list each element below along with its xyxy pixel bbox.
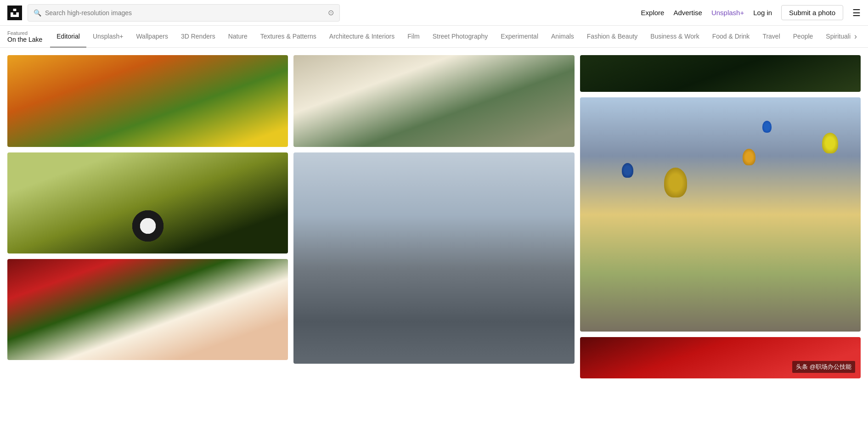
header-nav: Explore Advertise Unsplash+ Log in Submi…	[641, 5, 861, 20]
menu-button[interactable]: ☰	[852, 7, 861, 18]
nav-explore[interactable]: Explore	[641, 9, 665, 17]
cat-item-architecture-interiors[interactable]: Architecture & Interiors	[323, 26, 401, 48]
photo-dog-flowers[interactable]	[7, 259, 288, 360]
photo-balloons[interactable]	[580, 97, 861, 332]
cat-item-experimental[interactable]: Experimental	[494, 26, 545, 48]
featured-name: On the Lake	[7, 36, 42, 43]
photo-col-2	[293, 55, 574, 378]
cat-chevron[interactable]: ›	[851, 32, 861, 41]
photo-grid: 头条 @职场办公技能	[7, 55, 861, 378]
nav-advertise[interactable]: Advertise	[673, 9, 702, 17]
search-input[interactable]	[45, 9, 324, 17]
featured-block[interactable]: Featured On the Lake	[7, 30, 50, 43]
main-content: 头条 @职场办公技能	[0, 48, 868, 386]
submit-photo-button[interactable]: Submit a photo	[781, 5, 843, 20]
photo-mountain[interactable]	[293, 152, 574, 364]
cat-nav-inner: EditorialUnsplash+Wallpapers3D RendersNa…	[50, 26, 851, 48]
cat-item-street-photography[interactable]: Street Photography	[426, 26, 495, 48]
login-button[interactable]: Log in	[753, 9, 772, 17]
cat-item-business-work[interactable]: Business & Work	[644, 26, 705, 48]
cat-item-fashion-beauty[interactable]: Fashion & Beauty	[581, 26, 644, 48]
featured-label: Featured	[7, 30, 42, 36]
cat-item-textures-patterns[interactable]: Textures & Patterns	[254, 26, 323, 48]
cat-item-animals[interactable]: Animals	[545, 26, 581, 48]
search-bar: 🔍 ⊙	[28, 4, 340, 22]
cat-item-film[interactable]: Film	[401, 26, 426, 48]
cat-item-travel[interactable]: Travel	[756, 26, 786, 48]
photo-dog-grass[interactable]	[7, 152, 288, 253]
header: 🔍 ⊙ Explore Advertise Unsplash+ Log in S…	[0, 0, 868, 26]
cat-item-nature[interactable]: Nature	[222, 26, 254, 48]
photo-dark-leaves[interactable]	[580, 55, 861, 92]
camera-icon[interactable]: ⊙	[328, 8, 334, 17]
cat-item-wallpapers[interactable]: Wallpapers	[130, 26, 175, 48]
photo-flowers[interactable]	[7, 55, 288, 147]
cat-item-spirituality[interactable]: Spirituality	[819, 26, 851, 48]
cat-item-unsplash-plus[interactable]: Unsplash+	[86, 26, 130, 48]
photo-giraffe[interactable]	[293, 55, 574, 147]
logo[interactable]	[7, 6, 22, 20]
photo-watermark: 头条 @职场办公技能	[792, 361, 855, 373]
photo-col-3: 头条 @职场办公技能	[580, 55, 861, 378]
photo-col-1	[7, 55, 288, 378]
category-nav: Featured On the Lake EditorialUnsplash+W…	[0, 26, 868, 48]
nav-unsplash-plus[interactable]: Unsplash+	[711, 9, 744, 17]
photo-car-red[interactable]: 头条 @职场办公技能	[580, 337, 861, 378]
cat-item-people[interactable]: People	[787, 26, 820, 48]
cat-item-editorial[interactable]: Editorial	[50, 26, 86, 48]
cat-item-3d-renders[interactable]: 3D Renders	[175, 26, 222, 48]
cat-item-food-drink[interactable]: Food & Drink	[706, 26, 756, 48]
search-icon: 🔍	[34, 9, 41, 17]
